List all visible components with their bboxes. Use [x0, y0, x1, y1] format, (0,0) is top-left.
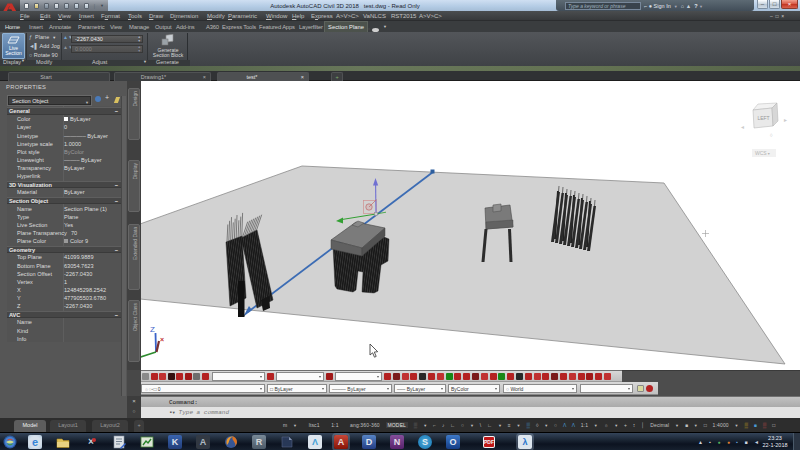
svg-text:►: ► [783, 117, 788, 123]
svg-text:LEFT: LEFT [757, 115, 769, 121]
svg-text:▼: ▼ [767, 152, 770, 156]
svg-text:Z: Z [150, 325, 155, 334]
svg-text:WCS: WCS [755, 150, 767, 156]
svg-text:PDF: PDF [484, 439, 494, 445]
svg-text:◊: ◊ [770, 132, 773, 138]
svg-text:×: × [160, 336, 164, 343]
svg-text:◄: ◄ [740, 124, 745, 130]
